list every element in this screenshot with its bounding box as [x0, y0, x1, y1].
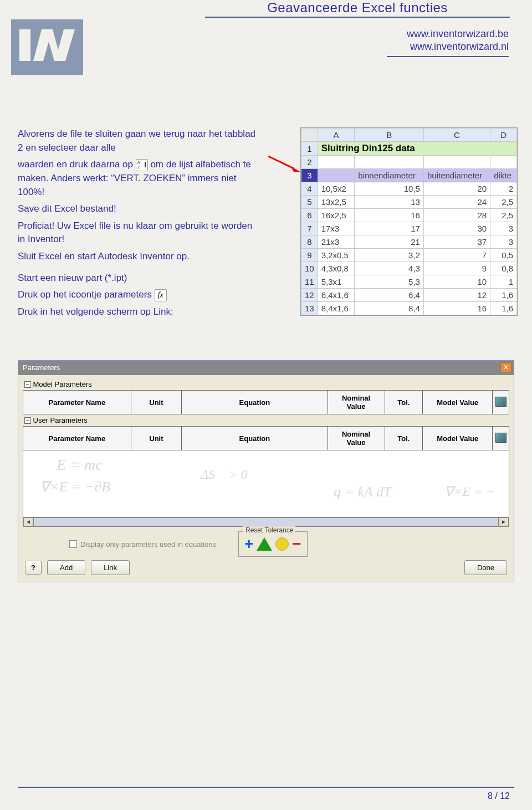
close-icon[interactable]: ✕: [500, 362, 511, 372]
checkbox-icon[interactable]: [69, 540, 77, 548]
col-d: D: [490, 129, 517, 142]
cell-a: 8,4x1,6: [318, 302, 355, 315]
col-b: B: [355, 129, 424, 142]
para-2: waarden en druk daarna op om de lijst al…: [18, 158, 262, 199]
row-head-2: 2: [301, 156, 318, 169]
dialog-titlebar: Parameters ✕: [18, 361, 514, 375]
cell-c: 24: [423, 196, 490, 209]
row-head: 4: [301, 182, 318, 196]
cell-d: 1,6: [490, 302, 517, 315]
help-button[interactable]: ?: [25, 561, 42, 575]
sort-az-icon: [136, 159, 148, 171]
cell-d: 2: [490, 182, 517, 196]
col-icon2: [493, 427, 509, 450]
cell-c: 9: [423, 262, 490, 275]
instruction-text: Alvorens de file te sluiten gaan we teru…: [18, 127, 262, 319]
cell-b: 8,4: [355, 302, 424, 315]
excel-corner: [301, 129, 318, 142]
col-name: Parameter Name: [23, 391, 131, 414]
cell-a: 3,2x0,5: [318, 249, 355, 262]
plus-icon[interactable]: +: [244, 535, 253, 553]
row-head: 6: [301, 209, 318, 222]
row-head: 10: [301, 262, 318, 275]
para-1: Alvorens de file te sluiten gaan we teru…: [18, 127, 262, 155]
reset-label: Reset Tolerance: [243, 526, 296, 534]
cell-a: 4,3x0,8: [318, 262, 355, 275]
display-only-checkbox[interactable]: Display only parameters used in equation…: [69, 540, 216, 548]
triangle-icon[interactable]: [257, 537, 272, 551]
cell-b: 17: [355, 222, 424, 235]
cell-c: 28: [423, 209, 490, 222]
row-head-1: 1: [301, 142, 318, 156]
cell-d: 2,5: [490, 196, 517, 209]
cell-a: 21x3: [318, 235, 355, 249]
col-tol: Tol.: [385, 391, 423, 414]
para-8: Druk in het volgende scherm op Link:: [18, 305, 262, 319]
cell-b: 21: [355, 235, 424, 249]
circle-icon[interactable]: [275, 537, 289, 551]
cell-b: 6,4: [355, 289, 424, 302]
properties-icon-2[interactable]: [495, 433, 507, 443]
red-arrow: [267, 155, 300, 172]
group-model[interactable]: −Model Parameters: [23, 378, 509, 391]
footer-hr: [18, 787, 514, 788]
row-head: 5: [301, 196, 318, 209]
minus-icon[interactable]: −: [292, 535, 301, 553]
logo: [11, 19, 83, 77]
add-button[interactable]: Add: [47, 560, 85, 575]
col-mv: Model Value: [423, 391, 493, 414]
row-head: 13: [301, 302, 318, 315]
title-hr: [205, 17, 510, 18]
para-4: Proficiat! Uw Excel file is nu klaar om …: [18, 219, 262, 247]
dialog-title: Parameters: [23, 363, 60, 372]
col-mv2: Model Value: [423, 427, 493, 450]
hdr-d: dikte: [490, 169, 517, 182]
cell-a: 17x3: [318, 222, 355, 235]
col-tol2: Tol.: [385, 427, 423, 450]
url-be: www.inventorwizard.be: [387, 28, 509, 40]
col-eq2: Equation: [182, 427, 328, 450]
group-user[interactable]: −User Parameters: [23, 414, 509, 427]
page-header: Geavanceerde Excel functies www.inventor…: [0, 0, 532, 72]
row-head-3: 3: [301, 169, 318, 182]
col-icon: [493, 391, 509, 414]
scroll-left-icon[interactable]: ◄: [23, 517, 33, 526]
hdr-a: [318, 169, 355, 182]
cell-d: 3: [490, 222, 517, 235]
cell-a: 10,5x2: [318, 182, 355, 196]
properties-icon[interactable]: [495, 397, 507, 407]
parameters-table: −Model Parameters Parameter Name Unit Eq…: [23, 378, 509, 450]
row-head: 11: [301, 275, 318, 289]
cell-b: 13: [355, 196, 424, 209]
cell-d: 3: [490, 235, 517, 249]
svg-line-1: [268, 156, 294, 168]
horizontal-scrollbar[interactable]: ◄ ►: [23, 517, 509, 527]
row-head: 7: [301, 222, 318, 235]
col-name2: Parameter Name: [23, 427, 131, 450]
row-head: 8: [301, 235, 318, 249]
cell-d: 2,5: [490, 209, 517, 222]
col-a: A: [318, 129, 355, 142]
empty-area: E = mc ∇×E = −∂B ΔS > 0 q = kA dT ∇×E = …: [23, 450, 509, 517]
parameters-dialog: Parameters ✕ −Model Parameters Parameter…: [18, 360, 514, 582]
cell-a: 16x2,5: [318, 209, 355, 222]
scroll-right-icon[interactable]: ►: [499, 517, 509, 526]
url-nl: www.inventorwizard.nl: [387, 40, 509, 53]
done-button[interactable]: Done: [464, 560, 507, 575]
cell-c: 30: [423, 222, 490, 235]
hdr-c: buitendiameter: [423, 169, 490, 182]
excel-title: Sluitring Din125 data: [318, 142, 516, 156]
col-c: C: [423, 129, 490, 142]
cell-b: 10,5: [355, 182, 424, 196]
cell-d: 1,6: [490, 289, 517, 302]
header-urls: www.inventorwizard.be www.inventorwizard…: [387, 28, 509, 57]
col-nom2: Nominal Value: [328, 427, 385, 450]
para-3: Save dit Excel bestand!: [18, 202, 262, 216]
cell-a: 13x2,5: [318, 196, 355, 209]
col-eq: Equation: [182, 391, 328, 414]
para-6: Start een nieuw part (*.ipt): [18, 271, 262, 285]
page-title: Geavanceerde Excel functies: [267, 0, 448, 15]
para-5: Sluit Excel en start Autodesk Inventor o…: [18, 250, 262, 264]
link-button[interactable]: Link: [91, 560, 130, 575]
scroll-thumb[interactable]: [33, 517, 499, 526]
